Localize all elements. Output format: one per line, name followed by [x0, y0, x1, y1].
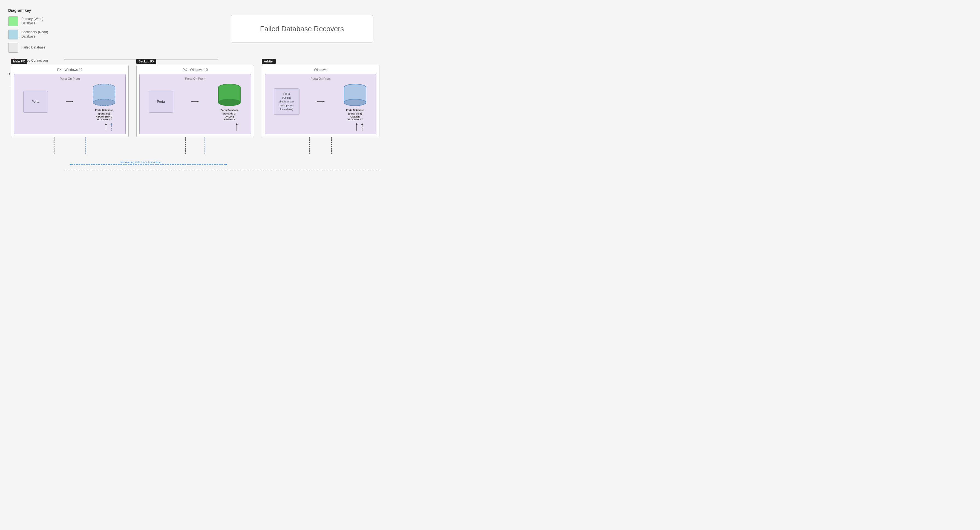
key-label-primary: Primary (Write)Database	[21, 17, 43, 26]
main-px-up-arrow-solid	[104, 123, 108, 131]
backup-px-down-lines	[136, 137, 254, 154]
backup-px-outer-label: PX - Windows 10	[139, 68, 251, 72]
arbiter-db-role: SECONDARY	[347, 118, 363, 121]
svg-marker-47	[226, 164, 227, 166]
backup-px-badge: Backup PX	[136, 59, 156, 64]
main-px-up-arrow-dashed	[110, 123, 113, 131]
svg-text:Recovering data since last onl: Recovering data since last online...	[121, 161, 163, 164]
backup-px-outer-box: PX - Windows 10 Porta On Prem Porta	[136, 65, 254, 137]
main-px-db-status: RECOVERING	[96, 115, 113, 118]
main-px-outer-label: PX - Windows 10	[14, 68, 126, 72]
arbiter-down-solid	[308, 137, 311, 154]
main-px-inner-box: Porta On Prem Porta	[14, 74, 126, 134]
svg-point-25	[218, 99, 240, 106]
arbiter-inner-content: Porta(runningchecks and/orbackups, notfo…	[268, 83, 373, 121]
arbiter-up-arrow-solid	[355, 123, 358, 131]
svg-point-12	[93, 99, 115, 106]
backup-px-inner-box: Porta On Prem Porta	[139, 74, 251, 134]
backup-px-porta-label: Porta	[157, 100, 165, 104]
svg-marker-2	[8, 73, 10, 75]
arbiter-db-status: ONLINE	[350, 115, 360, 118]
backup-px-down-solid	[184, 137, 187, 154]
arbiter-db-name: Porta Database(porta-db-3)	[346, 109, 364, 115]
arbiter-down-lines	[262, 137, 379, 154]
arbiter-section: Arbiter Windows Porta On Prem Porta(runn…	[262, 59, 379, 154]
backup-px-up-arrows	[142, 123, 248, 131]
main-px-arrow-icon	[66, 99, 74, 104]
diagram-key-title: Diagram key	[8, 8, 68, 13]
main-px-down-lines	[11, 137, 129, 154]
main-px-porta-block: Porta	[23, 91, 48, 113]
arbiter-outer-box: Windows Porta On Prem Porta(runningcheck…	[262, 65, 379, 137]
main-px-section: Main PX PX - Windows 10 Porta On Prem Po…	[11, 59, 129, 154]
primary-db-icon	[8, 16, 18, 26]
key-item-secondary: Secondary (Read)Database	[8, 30, 68, 40]
svg-marker-31	[323, 101, 325, 102]
page-container: Diagram key Primary (Write)Database Seco…	[0, 0, 490, 184]
main-px-outer-box: PX - Windows 10 Porta On Prem Porta	[11, 65, 129, 137]
bottom-connections-svg: Recovering data since last online...	[11, 154, 380, 176]
failed-db-icon	[8, 43, 18, 53]
svg-point-36	[344, 99, 366, 106]
backup-px-db-cylinder	[217, 83, 242, 110]
backup-px-db-container: Porta Database(porta-db-2) ONLINE PRIMAR…	[217, 83, 242, 121]
main-px-db-name: Porta Database(porta-db)	[95, 109, 113, 115]
backup-px-up-arrow	[235, 123, 239, 131]
main-px-down-blue	[84, 137, 88, 154]
svg-marker-46	[70, 164, 71, 166]
main-px-inner-content: Porta	[17, 83, 123, 121]
svg-marker-27	[236, 123, 238, 125]
svg-marker-7	[72, 101, 73, 102]
backup-px-section: Backup PX PX - Windows 10 Porta On Prem …	[136, 59, 254, 154]
key-icon-primary	[8, 16, 18, 26]
arbiter-porta-block: Porta(runningchecks and/orbackups, notfo…	[274, 88, 299, 115]
arbiter-up-arrows	[268, 123, 373, 131]
arbiter-outer-label: Windows	[265, 68, 376, 72]
arbiter-inner-label: Porta On Prem	[268, 77, 373, 80]
arbiter-inner-box: Porta On Prem Porta(runningchecks and/or…	[265, 74, 376, 134]
key-icon-failed	[8, 43, 18, 53]
arbiter-down-dashed2	[330, 137, 333, 154]
main-px-db-role: SECONDARY	[96, 118, 112, 121]
key-item-failed: Failed Database	[8, 43, 68, 53]
main-px-porta-label: Porta	[32, 100, 40, 104]
diagram-area: Main PX PX - Windows 10 Porta On Prem Po…	[11, 59, 479, 176]
svg-marker-14	[105, 123, 107, 125]
backup-px-inner-content: Porta	[142, 83, 248, 121]
arbiter-db-container: Porta Database(porta-db-3) ONLINE SECOND…	[343, 83, 368, 121]
arbiter-badge: Arbiter	[262, 59, 276, 64]
backup-px-porta-block: Porta	[149, 91, 173, 113]
main-px-badge: Main PX	[11, 59, 27, 64]
svg-marker-40	[361, 123, 363, 125]
key-label-failed: Failed Database	[21, 45, 45, 50]
backup-px-db-role: PRIMARY	[224, 118, 235, 121]
secondary-db-icon	[8, 30, 18, 40]
svg-marker-16	[111, 123, 112, 125]
arbiter-arrow-icon	[317, 99, 325, 104]
main-px-down-solid	[52, 137, 56, 154]
main-px-db-cylinder	[92, 83, 116, 110]
main-px-db-container: Porta Database(porta-db) RECOVERING SECO…	[92, 83, 116, 121]
arbiter-porta-label: Porta(runningchecks and/orbackups, notfo…	[279, 92, 294, 111]
title-box: Failed Database Recovers	[231, 15, 373, 43]
bottom-connections-area: Recovering data since last online...	[11, 154, 479, 176]
svg-marker-20	[197, 101, 199, 102]
backup-px-db-status: ONLINE	[225, 115, 234, 118]
key-icon-secondary	[8, 30, 18, 40]
backup-px-arrow-icon	[191, 99, 199, 104]
page-title: Failed Database Recovers	[260, 25, 344, 33]
svg-marker-38	[356, 123, 358, 125]
key-label-secondary: Secondary (Read)Database	[21, 30, 48, 38]
backup-px-db-name: Porta Database(porta-db-2)	[221, 109, 239, 115]
arbiter-db-cylinder	[343, 83, 368, 110]
main-px-up-arrows	[17, 123, 123, 131]
key-item-primary: Primary (Write)Database	[8, 16, 68, 26]
backup-px-inner-label: Porta On Prem	[142, 77, 248, 80]
arbiter-up-arrow-dashed	[361, 123, 364, 131]
backup-px-down-blue	[203, 137, 207, 154]
main-px-inner-label: Porta On Prem	[17, 77, 123, 80]
